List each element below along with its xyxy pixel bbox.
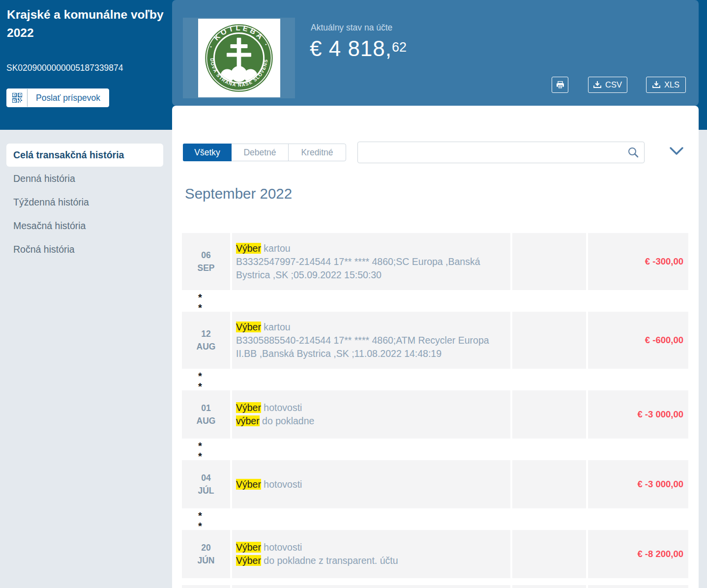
tab-1[interactable]: Všetky	[183, 144, 232, 161]
transaction-row[interactable]: 12AUGVýber kartouB3305885540-214544 17**…	[182, 312, 688, 369]
account-header-panel: · KOTLEBA · ĽUDOVÁ STRANA NAŠE SLOVENSKO	[172, 0, 699, 106]
transaction-row[interactable]: 20JÚNVýber hotovostiVýber do pokladne z …	[182, 530, 688, 578]
sidebar-item-4[interactable]: Mesačná história	[0, 214, 172, 237]
tab-3[interactable]: Kreditné	[289, 144, 346, 161]
transaction-list: 06SEPVýber kartouB3332547997-214544 17**…	[182, 233, 688, 588]
transaction-row[interactable]: 04JÚLVýber hotovosti€ -3 000,00	[182, 460, 688, 508]
row-separator-asterisks: **	[182, 439, 688, 460]
search-icon[interactable]	[627, 147, 644, 158]
transaction-amount: € -300,00	[588, 233, 688, 290]
transaction-row[interactable]: 06SEPVýber kartouB3332547997-214544 17**…	[182, 233, 688, 290]
transaction-empty-cell	[512, 460, 586, 508]
search-highlight: Výber	[236, 322, 261, 332]
download-icon	[593, 81, 601, 88]
party-logo: · KOTLEBA · ĽUDOVÁ STRANA NAŠE SLOVENSKO	[198, 19, 280, 97]
transaction-empty-cell	[512, 390, 586, 439]
transactions-panel: VšetkyDebetnéKreditné September 2022 06S…	[172, 106, 699, 588]
balance-label: Aktuálny stav na účte	[311, 23, 392, 33]
transaction-empty-cell	[512, 530, 586, 578]
transaction-empty-cell	[512, 233, 586, 290]
csv-label: CSV	[605, 80, 622, 89]
print-button[interactable]	[552, 77, 568, 93]
send-contribution-button[interactable]: Poslať príspevok	[6, 88, 109, 107]
tab-2[interactable]: Debetné	[232, 144, 289, 161]
month-section-title: September 2022	[185, 185, 292, 202]
transaction-amount: € -3 000,00	[588, 460, 688, 508]
sidebar-item-2[interactable]: Denná história	[0, 167, 172, 190]
search-highlight: Výber	[236, 479, 261, 490]
transaction-description: Výber hotovostiVýber do pokladne z trans…	[232, 530, 510, 578]
page: · KOTLEBA · ĽUDOVÁ STRANA NAŠE SLOVENSKO	[0, 0, 707, 588]
transaction-date: 12AUG	[182, 312, 230, 369]
search-highlight: Výber	[236, 555, 261, 566]
sidebar-item-5[interactable]: Ročná história	[0, 237, 172, 261]
transaction-date: 20JÚN	[182, 530, 230, 578]
download-icon	[652, 81, 660, 88]
transaction-amount: € -8 200,00	[588, 530, 688, 578]
send-contribution-label: Poslať príspevok	[28, 89, 109, 107]
search-highlight: Výber	[236, 402, 261, 413]
history-sidebar-menu: Celá transakčná históriaDenná históriaTý…	[0, 130, 172, 261]
sidebar-item-1[interactable]: Celá transakčná história	[6, 144, 163, 167]
kotleba-lsns-logo-icon: · KOTLEBA · ĽUDOVÁ STRANA NAŠE SLOVENSKO	[202, 21, 276, 95]
account-title: Krajské a komunálne voľby 2022	[7, 5, 166, 42]
qr-code-icon[interactable]	[7, 89, 28, 107]
search-highlight: výber	[236, 415, 260, 426]
iban-number: SK0209000000005187339874	[6, 63, 123, 73]
transaction-description: Výber hotovostivýber do pokladne	[232, 390, 510, 439]
row-separator-asterisks: **	[182, 369, 688, 390]
transaction-date: 04JÚL	[182, 460, 230, 508]
partial-next-row	[182, 585, 688, 588]
transaction-row[interactable]: 01AUGVýber hotovostivýber do pokladne€ -…	[182, 390, 688, 439]
row-separator-asterisks: **	[182, 508, 688, 530]
xls-label: XLS	[664, 80, 679, 89]
filter-tabs: VšetkyDebetnéKreditné	[183, 144, 346, 161]
search-highlight: Výber	[236, 243, 261, 254]
party-logo-backdrop: · KOTLEBA · ĽUDOVÁ STRANA NAŠE SLOVENSKO	[183, 18, 295, 98]
transaction-date: 06SEP	[182, 233, 230, 290]
chevron-down-icon[interactable]	[670, 147, 683, 155]
search-input[interactable]	[358, 147, 627, 157]
search-box	[357, 142, 645, 163]
download-csv-button[interactable]: CSV	[588, 77, 627, 93]
printer-icon	[556, 81, 564, 89]
transaction-amount: € -3 000,00	[588, 390, 688, 439]
transaction-date: 01AUG	[182, 390, 230, 439]
transaction-description: Výber kartouB3332547997-214544 17** ****…	[232, 233, 510, 290]
transaction-description: Výber kartouB3305885540-214544 17** ****…	[232, 312, 510, 369]
download-xls-button[interactable]: XLS	[646, 77, 686, 93]
search-highlight: Výber	[236, 542, 261, 553]
transaction-description: Výber hotovosti	[232, 460, 510, 508]
transaction-amount: € -600,00	[588, 312, 688, 369]
row-separator-asterisks: **	[182, 290, 688, 312]
transaction-empty-cell	[512, 312, 586, 369]
sidebar-item-3[interactable]: Týždenná história	[0, 190, 172, 214]
balance-amount: € 4 818,62	[310, 36, 407, 61]
balance-cents: 62	[392, 40, 407, 55]
balance-main: € 4 818,	[310, 36, 392, 60]
